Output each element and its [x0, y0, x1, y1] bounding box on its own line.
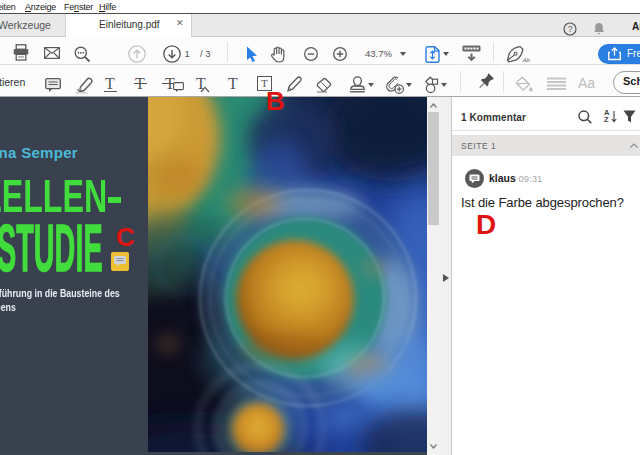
svg-text:Ab: Ab	[522, 56, 531, 63]
svg-text:?: ?	[568, 24, 573, 34]
